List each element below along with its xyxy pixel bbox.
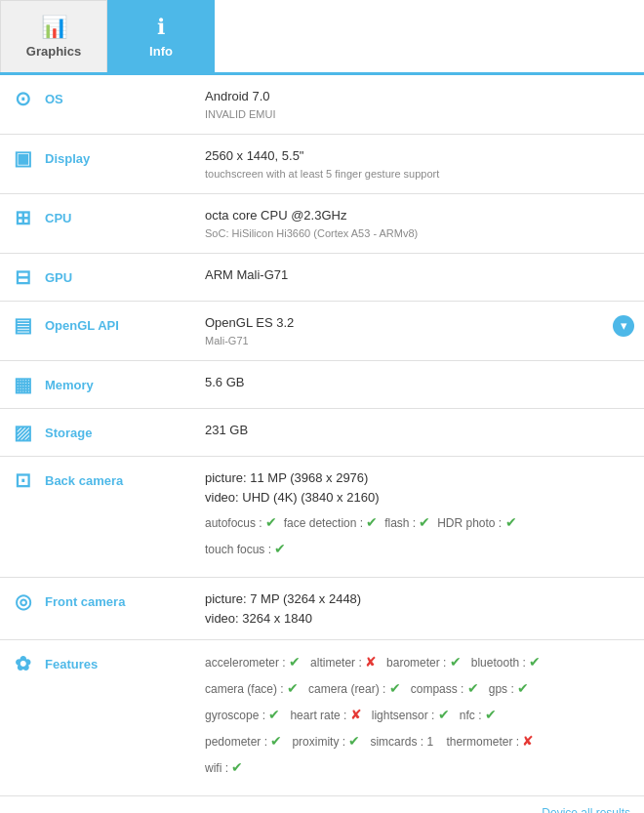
value-storage: 231 GB — [195, 409, 644, 457]
label-back-camera: Back camera — [10, 468, 185, 492]
value-back-camera: picture: 11 MP (3968 x 2976) video: UHD … — [195, 457, 644, 578]
label-text-opengl: OpenGL API — [45, 318, 119, 333]
label-text-back-camera: Back camera — [45, 473, 123, 488]
row-cpu: CPU octa core CPU @2.3GHz SoC: HiSilicon… — [0, 194, 644, 254]
info-icon: ℹ — [157, 15, 165, 40]
icon-cpu — [10, 206, 35, 229]
label-features: Features — [10, 652, 185, 675]
label-gpu: GPU — [10, 265, 185, 289]
label-memory: Memory — [10, 373, 185, 396]
label-text-gpu: GPU — [45, 270, 72, 285]
label-front-camera: Front camera — [10, 589, 185, 613]
value-sub-display: touchscreen with at least 5 finger gestu… — [205, 166, 634, 183]
value-os: Android 7.0 INVALID EMUI — [195, 75, 644, 135]
row-memory: Memory 5.6 GB — [0, 361, 644, 409]
icon-front-camera — [10, 589, 35, 613]
row-storage: Storage 231 GB — [0, 409, 644, 457]
label-text-features: Features — [45, 657, 98, 671]
label-display: Display — [10, 146, 185, 170]
label-text-storage: Storage — [45, 426, 92, 440]
feature-line2-back-camera: touch focus : ✔ — [205, 539, 634, 559]
value-sub-os: INVALID EMUI — [205, 106, 634, 123]
row-gpu: GPU ARM Mali-G71 — [0, 254, 644, 302]
value-main2-back-camera: video: UHD (4K) (3840 x 2160) — [205, 488, 634, 508]
value-main-display: 2560 x 1440, 5.5" — [205, 146, 634, 166]
label-text-memory: Memory — [45, 378, 94, 392]
value-features: accelerometer : ✔altimeter : ✘barometer … — [195, 640, 644, 796]
value-main-memory: 5.6 GB — [205, 373, 634, 392]
label-text-front-camera: Front camera — [45, 594, 125, 609]
expand-button-opengl[interactable]: ▾ — [613, 315, 634, 337]
value-main-cpu: octa core CPU @2.3GHz — [205, 206, 634, 225]
row-display: Display 2560 x 1440, 5.5" touchscreen wi… — [0, 135, 644, 194]
value-display: 2560 x 1440, 5.5" touchscreen with at le… — [195, 135, 644, 194]
icon-camera — [10, 468, 35, 492]
label-text-os: OS — [45, 92, 63, 106]
icon-memory — [10, 373, 35, 396]
label-opengl: OpenGL API — [10, 313, 185, 337]
tab-graphics-label: Graphics — [26, 44, 81, 59]
label-os: OS — [10, 87, 185, 110]
features-line-0: accelerometer : ✔altimeter : ✘barometer … — [205, 652, 634, 672]
icon-display — [10, 146, 35, 170]
info-table: OS Android 7.0 INVALID EMUI Display 2560… — [0, 75, 644, 796]
value-main2-front-camera: video: 3264 x 1840 — [205, 609, 634, 629]
features-line-3: pedometer : ✔proximity : ✔simcards : 1 t… — [205, 731, 634, 752]
features-line-1: camera (face) : ✔camera (rear) : ✔compas… — [205, 678, 634, 699]
icon-gpu — [10, 265, 35, 289]
row-os: OS Android 7.0 INVALID EMUI — [0, 75, 644, 135]
label-cpu: CPU — [10, 206, 185, 229]
label-storage: Storage — [10, 421, 185, 444]
value-front-camera: picture: 7 MP (3264 x 2448) video: 3264 … — [195, 578, 644, 640]
value-main-back-camera: picture: 11 MP (3968 x 2976) — [205, 468, 634, 488]
features-line-4: wifi : ✔ — [205, 757, 634, 778]
icon-os — [10, 87, 35, 110]
value-gpu: ARM Mali-G71 — [195, 254, 644, 302]
value-main-front-camera: picture: 7 MP (3264 x 2448) — [205, 589, 634, 609]
value-sub-opengl: Mali-G71 — [205, 333, 294, 349]
value-main-opengl: OpenGL ES 3.2 — [205, 313, 294, 333]
value-cpu: octa core CPU @2.3GHz SoC: HiSilicon Hi3… — [195, 194, 644, 254]
value-sub-cpu: SoC: HiSilicon Hi3660 (Cortex A53 - ARMv… — [205, 225, 634, 242]
value-main-os: Android 7.0 — [205, 87, 634, 106]
value-main-gpu: ARM Mali-G71 — [205, 265, 634, 285]
label-text-cpu: CPU — [45, 211, 71, 225]
tab-info-label: Info — [149, 44, 173, 59]
tab-graphics[interactable]: 📊 Graphics — [0, 0, 107, 72]
features-line-2: gyroscope : ✔heart rate : ✘lightsensor :… — [205, 705, 634, 725]
row-front-camera: Front camera picture: 7 MP (3264 x 2448)… — [0, 578, 644, 640]
value-main-storage: 231 GB — [205, 421, 634, 440]
feature-line1-back-camera: autofocus : ✔ face detection : ✔ flash :… — [205, 512, 634, 533]
device-all-results-link[interactable]: Device all results — [0, 796, 644, 813]
row-features: Features accelerometer : ✔altimeter : ✘b… — [0, 640, 644, 796]
value-memory: 5.6 GB — [195, 361, 644, 409]
icon-opengl — [10, 313, 35, 337]
graphics-icon: 📊 — [41, 15, 67, 40]
row-opengl: OpenGL API OpenGL ES 3.2 Mali-G71 ▾ — [0, 302, 644, 361]
value-opengl: OpenGL ES 3.2 Mali-G71 ▾ — [195, 302, 644, 361]
icon-features — [10, 652, 35, 675]
tab-info[interactable]: ℹ Info — [107, 0, 215, 72]
tabs-container: 📊 Graphics ℹ Info — [0, 0, 644, 75]
row-back-camera: Back camera picture: 11 MP (3968 x 2976)… — [0, 457, 644, 578]
label-text-display: Display — [45, 151, 90, 166]
icon-storage — [10, 421, 35, 444]
